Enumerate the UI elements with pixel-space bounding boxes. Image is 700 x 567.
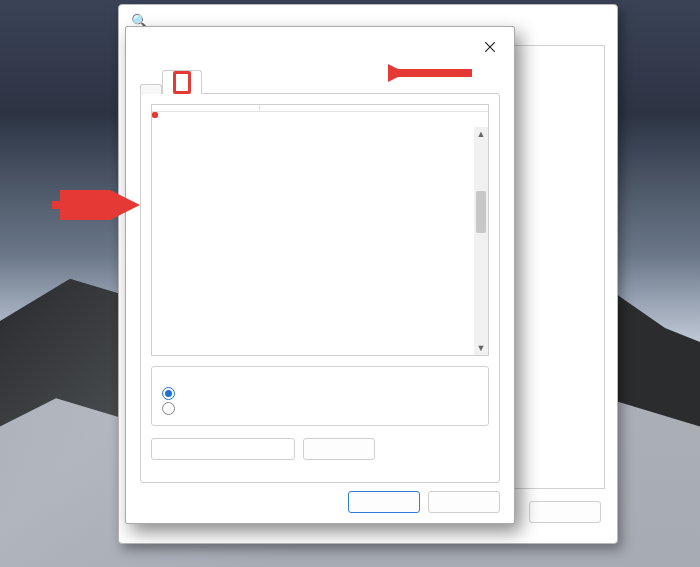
list-header bbox=[152, 105, 488, 112]
tab-panel: ▲ ▼ bbox=[140, 93, 500, 483]
column-header-desc[interactable] bbox=[260, 105, 488, 111]
add-extension-input[interactable] bbox=[151, 438, 295, 460]
ok-button[interactable] bbox=[348, 491, 420, 513]
desktop-background: 🔍 bbox=[0, 0, 700, 567]
tab-filetypes-label bbox=[173, 71, 191, 94]
tab-bar bbox=[126, 63, 514, 93]
scroll-thumb[interactable] bbox=[476, 191, 486, 233]
column-header-ext[interactable] bbox=[152, 105, 260, 111]
scroll-up-icon[interactable]: ▲ bbox=[474, 127, 488, 141]
cancel-button[interactable] bbox=[428, 491, 500, 513]
add-extension-button[interactable] bbox=[303, 438, 375, 460]
radio-properties-and-content[interactable] bbox=[162, 402, 175, 415]
tab-indexing[interactable] bbox=[140, 84, 162, 94]
filetypes-listbox[interactable]: ▲ ▼ bbox=[151, 104, 489, 356]
scroll-down-icon[interactable]: ▼ bbox=[474, 341, 488, 355]
indexing-group bbox=[151, 366, 489, 426]
scrollbar[interactable]: ▲ ▼ bbox=[474, 127, 488, 355]
add-extension-area bbox=[151, 434, 489, 460]
tab-filetypes[interactable] bbox=[162, 70, 202, 94]
radio-properties-only[interactable] bbox=[162, 387, 175, 400]
advanced-dialog: ▲ ▼ bbox=[125, 26, 515, 524]
close-button[interactable] bbox=[529, 501, 601, 523]
annotation-rows-highlight bbox=[152, 112, 158, 118]
close-icon[interactable] bbox=[478, 35, 502, 59]
